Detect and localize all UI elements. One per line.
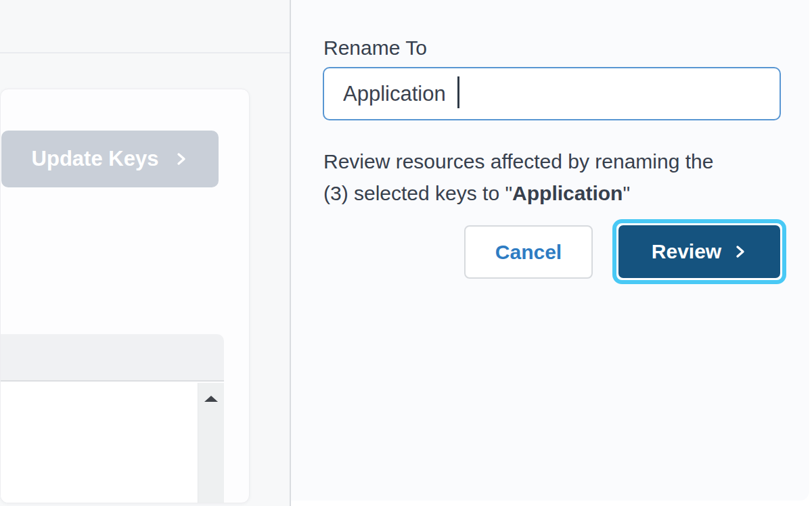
text-cursor xyxy=(457,76,459,108)
review-description-line1: Review resources affected by renaming th… xyxy=(323,145,790,177)
cancel-button[interactable]: Cancel xyxy=(464,225,593,279)
horizontal-divider xyxy=(0,52,290,53)
rename-input-wrap xyxy=(323,67,781,120)
left-page-background: Update Keys xyxy=(0,0,290,506)
review-button-label: Review xyxy=(652,240,721,263)
keys-table-header xyxy=(1,334,224,382)
rename-input[interactable] xyxy=(323,67,781,120)
review-description: Review resources affected by renaming th… xyxy=(323,145,790,209)
cancel-button-label: Cancel xyxy=(495,241,562,264)
annotation-highlight-ring: Review xyxy=(612,219,786,284)
keys-table-body xyxy=(1,383,224,503)
update-keys-button[interactable]: Update Keys xyxy=(1,131,219,187)
review-button[interactable]: Review xyxy=(618,225,780,278)
new-key-name: Application xyxy=(512,182,623,204)
keys-table xyxy=(1,334,224,503)
right-page-background: Rename To Review resources affected by r… xyxy=(291,0,812,506)
vertical-scrollbar[interactable] xyxy=(198,383,224,503)
chevron-right-icon xyxy=(175,151,188,167)
review-description-line2: (3) selected keys to "Application" xyxy=(323,177,790,209)
chevron-right-icon xyxy=(734,244,747,260)
scroll-up-icon[interactable] xyxy=(204,396,218,402)
keys-card: Update Keys xyxy=(0,89,250,503)
rename-panel: Rename To Review resources affected by r… xyxy=(291,0,809,501)
rename-to-label: Rename To xyxy=(323,36,427,60)
update-keys-button-label: Update Keys xyxy=(32,147,159,171)
